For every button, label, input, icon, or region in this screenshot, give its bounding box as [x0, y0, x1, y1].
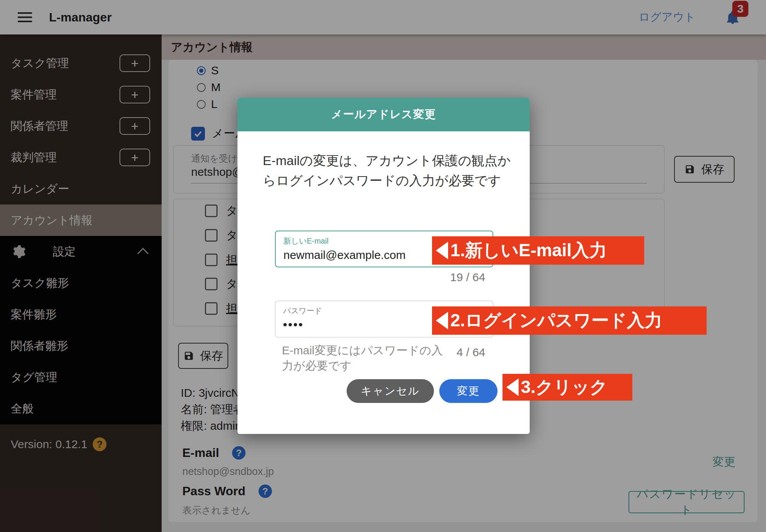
- password-char-counter: 4 / 64: [457, 346, 485, 359]
- password-helper-text: E-mail変更にはパスワードの入力が必要です: [282, 343, 447, 373]
- instruction-callout-1: 1.新しいE-mail入力: [432, 236, 644, 265]
- change-submit-button[interactable]: 変更: [439, 379, 498, 403]
- arrow-left-icon: [506, 378, 519, 396]
- modal-title: メールアドレス変更: [331, 107, 436, 122]
- modal-header: メールアドレス変更: [237, 98, 530, 131]
- modal-description: E-mailの変更は、アカウント保護の観点からログインパスワードの入力が必要です: [263, 151, 512, 190]
- email-change-modal: メールアドレス変更 E-mailの変更は、アカウント保護の観点からログインパスワ…: [237, 98, 530, 434]
- instruction-callout-2: 2.ログインパスワード入力: [432, 306, 707, 335]
- cancel-button[interactable]: キャンセル: [347, 379, 434, 403]
- callout-text: 3.クリック: [521, 375, 608, 399]
- callout-text: 2.ログインパスワード入力: [450, 309, 662, 332]
- instruction-callout-3: 3.クリック: [502, 374, 632, 401]
- arrow-left-icon: [436, 312, 448, 329]
- email-char-counter: 19 / 64: [450, 271, 485, 284]
- callout-text: 1.新しいE-mail入力: [450, 239, 607, 262]
- app-window: L-manager ログアウト 3 タスク管理 + 案件管理 + 関係者管理 +…: [0, 0, 766, 532]
- arrow-left-icon: [436, 242, 448, 259]
